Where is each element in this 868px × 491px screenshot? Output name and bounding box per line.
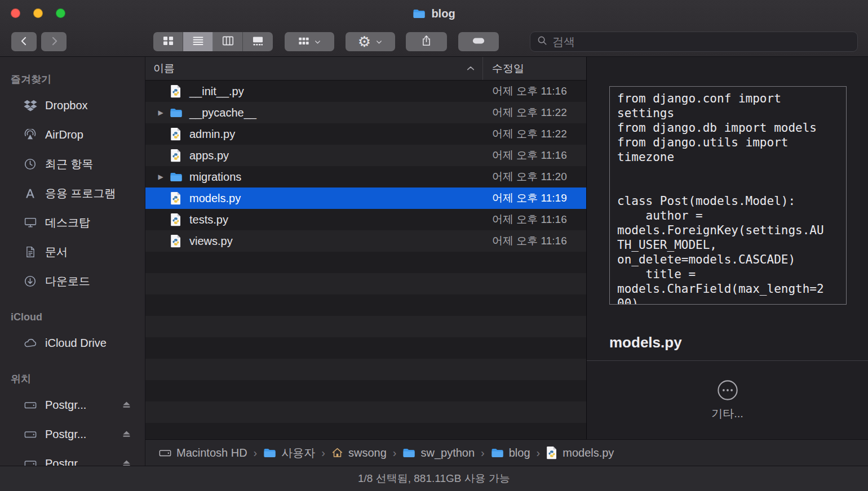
search-field[interactable] [530, 32, 858, 52]
python-file-icon [169, 191, 183, 205]
back-button[interactable] [11, 32, 37, 51]
close-button[interactable] [11, 8, 20, 18]
share-button[interactable] [406, 32, 447, 51]
path-separator: › [254, 447, 258, 459]
tag-button[interactable] [458, 32, 499, 51]
column-view-button[interactable] [213, 32, 243, 51]
file-row[interactable]: __init__.py어제 오후 11:16 [145, 81, 586, 102]
file-date: 어제 오후 11:22 [492, 127, 567, 141]
gallery-view-button[interactable] [243, 32, 273, 51]
sidebar-item-recents[interactable]: 최근 항목 [0, 149, 145, 178]
window-title: blog [413, 7, 455, 20]
sidebar-item-desktop[interactable]: 데스크탑 [0, 208, 145, 237]
forward-button[interactable] [41, 32, 67, 51]
folder-icon [169, 172, 183, 182]
folder-icon [491, 448, 504, 458]
action-button[interactable]: ⚙ [346, 32, 395, 51]
chevron-right-icon [48, 35, 60, 48]
content-area: 이름 수정일 __init__.py어제 오후 11:16▶__pycache_… [145, 57, 868, 439]
list-view-button[interactable] [183, 32, 213, 51]
sidebar-item-label: 응용 프로그램 [45, 186, 116, 201]
path-item-blog[interactable]: blog [491, 447, 530, 459]
tag-icon [472, 37, 485, 46]
main-area: 즐겨찾기DropboxAirDrop최근 항목응용 프로그램데스크탑문서다운로드… [0, 57, 868, 466]
sidebar-item-label: 다운로드 [45, 274, 90, 289]
path-separator: › [537, 447, 541, 459]
column-header-name[interactable]: 이름 [145, 57, 482, 80]
file-date: 어제 오후 11:19 [492, 191, 567, 206]
folder-icon [263, 448, 276, 458]
file-row[interactable]: apps.py어제 오후 11:16 [145, 145, 586, 166]
view-switcher [153, 32, 273, 51]
more-label[interactable]: 기타... [711, 406, 743, 421]
disclosure-triangle-icon[interactable]: ▶ [152, 109, 169, 117]
file-name: tests.py [189, 213, 228, 226]
path-item-macintosh-hd[interactable]: Macintosh HD [159, 447, 247, 459]
folder-icon [169, 108, 183, 118]
ellipsis-circle-icon[interactable] [717, 380, 738, 401]
dropbox-icon [23, 100, 38, 111]
python-file-icon [169, 234, 183, 248]
path-item-sw-python[interactable]: sw_python [402, 447, 475, 459]
preview-filename: models.py [609, 334, 868, 351]
path-item-models-py[interactable]: models.py [546, 446, 614, 459]
chevron-down-icon [314, 38, 321, 46]
search-input[interactable] [552, 35, 851, 48]
path-item-label: sw_python [420, 447, 475, 459]
sidebar-item-dropbox[interactable]: Dropbox [0, 91, 145, 120]
sidebar-item-downloads[interactable]: 다운로드 [0, 266, 145, 296]
eject-icon[interactable] [122, 430, 131, 438]
eject-icon[interactable] [122, 401, 131, 409]
file-list-rows: __init__.py어제 오후 11:16▶__pycache__어제 오후 … [145, 81, 586, 439]
window-chrome: blog [0, 0, 868, 57]
icon-view-button[interactable] [153, 32, 183, 51]
sidebar-item-volume-3[interactable]: Postgr... [0, 449, 145, 466]
disclosure-triangle-icon[interactable]: ▶ [152, 173, 169, 181]
path-item-swsong[interactable]: swsong [331, 447, 387, 459]
sidebar-item-applications[interactable]: 응용 프로그램 [0, 178, 145, 208]
path-item-users[interactable]: 사용자 [263, 445, 315, 461]
sidebar-item-volume-2[interactable]: Postgr... [0, 419, 145, 449]
file-row[interactable]: ▶__pycache__어제 오후 11:22 [145, 102, 586, 123]
file-row[interactable]: admin.py어제 오후 11:22 [145, 123, 586, 145]
group-button[interactable] [285, 32, 334, 51]
date-column-label: 수정일 [492, 61, 524, 76]
group-grid-icon [298, 37, 309, 47]
file-name: models.py [189, 192, 241, 205]
name-column-label: 이름 [153, 61, 175, 76]
path-separator: › [393, 447, 397, 459]
airdrop-icon [23, 129, 38, 140]
file-row[interactable]: models.py어제 오후 11:19 [145, 188, 586, 209]
sidebar-item-airdrop[interactable]: AirDrop [0, 120, 145, 149]
file-date: 어제 오후 11:20 [492, 169, 567, 184]
eject-icon[interactable] [122, 459, 131, 466]
file-name: __pycache__ [189, 106, 256, 119]
search-icon [537, 35, 547, 48]
column-view-icon [222, 35, 234, 48]
file-name: migrations [189, 171, 241, 184]
column-header-date[interactable]: 수정일 [482, 57, 586, 80]
clock-icon [23, 158, 38, 170]
folder-icon [413, 8, 426, 19]
sidebar-item-label: 문서 [45, 244, 68, 260]
hard-drive-icon [23, 458, 38, 466]
file-row[interactable]: views.py어제 오후 11:16 [145, 230, 586, 252]
sidebar-section-title: iCloud [0, 306, 145, 328]
sidebar-item-label: iCloud Drive [45, 337, 107, 350]
sidebar-item-volume-1[interactable]: Postgr... [0, 390, 145, 419]
sidebar-item-label: AirDrop [45, 128, 83, 141]
path-item-label: Macintosh HD [176, 447, 247, 459]
file-row[interactable]: ▶migrations어제 오후 11:20 [145, 166, 586, 188]
zoom-button[interactable] [56, 8, 65, 18]
status-text: 1/8 선택됨, 881.11GB 사용 가능 [358, 471, 510, 486]
sidebar-item-icloud-drive[interactable]: iCloud Drive [0, 328, 145, 358]
gear-icon: ⚙ [358, 34, 371, 49]
path-bar: Macintosh HD›사용자›swsong›sw_python›blog›m… [145, 439, 868, 466]
folder-icon [402, 448, 415, 458]
minimize-button[interactable] [33, 8, 43, 18]
file-row[interactable]: tests.py어제 오후 11:16 [145, 209, 586, 230]
window-title-text: blog [431, 7, 455, 20]
sidebar-item-label: Postgr... [45, 399, 86, 412]
sidebar-item-label: Postgr... [45, 457, 86, 466]
sidebar-item-documents[interactable]: 문서 [0, 237, 145, 266]
